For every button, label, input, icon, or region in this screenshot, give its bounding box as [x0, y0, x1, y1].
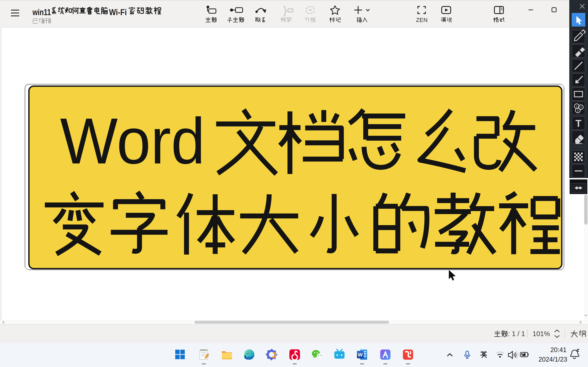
- svg-text:ZEN: ZEN: [416, 17, 428, 23]
- svg-text:W: W: [358, 352, 363, 358]
- svg-text:3: 3: [577, 109, 579, 112]
- svg-text:: 1 / 1: : 1 / 1: [508, 330, 525, 337]
- svg-text:2: 2: [580, 106, 582, 109]
- svg-text:Wi-Fi: Wi-Fi: [109, 8, 127, 17]
- svg-text:1: 1: [576, 105, 578, 108]
- svg-text:20:41: 20:41: [550, 346, 567, 353]
- svg-text:2024/1/23: 2024/1/23: [538, 356, 567, 363]
- svg-text:win11: win11: [32, 8, 51, 17]
- svg-text:Word: Word: [60, 104, 205, 177]
- svg-text:101%: 101%: [533, 330, 550, 337]
- svg-text:T: T: [575, 118, 581, 129]
